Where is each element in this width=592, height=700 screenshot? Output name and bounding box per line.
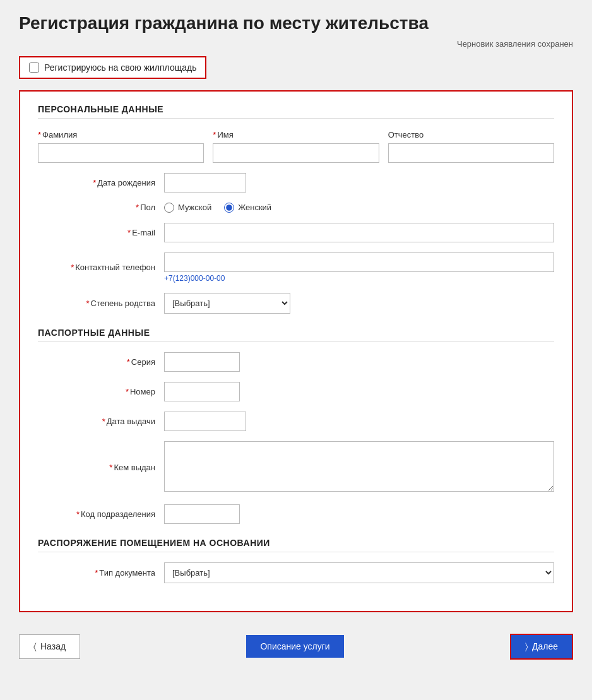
relation-select-wrap: [Выбрать] [164,293,554,314]
gender-options: Мужской Женский [164,203,554,213]
issue-date-input[interactable] [164,412,246,431]
series-label: *Серия [38,357,164,367]
doc-type-row: *Тип документа [Выбрать] [38,562,554,583]
phone-label: *Контактный телефон [38,263,164,272]
issue-date-row: *Дата выдачи [38,412,554,431]
description-button[interactable]: Описание услуги [246,635,343,658]
gender-male-option[interactable]: Мужской [164,203,211,213]
lastname-input[interactable] [38,143,204,163]
division-code-input[interactable] [164,504,240,524]
middlename-input[interactable] [388,143,554,163]
email-input-wrap [164,223,554,242]
gender-female-radio[interactable] [224,203,234,213]
series-row: *Серия [38,352,554,372]
own-property-label: Регистрируюсь на свою жилплощадь [44,62,196,73]
birthdate-input-wrap [164,173,554,193]
gender-label: *Пол [38,203,164,212]
doc-type-select[interactable]: [Выбрать] [164,562,554,583]
back-button[interactable]: 〈 Назад [19,634,80,659]
division-code-input-wrap [164,504,554,524]
issued-by-textarea[interactable] [164,441,554,492]
birthdate-row: *Дата рождения [38,173,554,193]
issued-by-input-wrap [164,441,554,494]
issued-by-label: *Кем выдан [38,463,164,472]
name-inputs-row [38,143,554,163]
relation-row: *Степень родства [Выбрать] [38,293,554,314]
firstname-label: *Имя [213,130,379,139]
middlename-label: Отчество [388,130,554,139]
gender-male-radio[interactable] [164,203,174,213]
email-label: *E-mail [38,228,164,237]
email-row: *E-mail [38,223,554,242]
division-code-row: *Код подразделения [38,504,554,524]
own-property-checkbox-container[interactable]: Регистрируюсь на свою жилплощадь [19,56,206,79]
relation-label: *Степень родства [38,299,164,308]
number-label: *Номер [38,387,164,396]
personal-data-title: ПЕРСОНАЛЬНЫЕ ДАННЫЕ [38,104,554,119]
doc-type-label: *Тип документа [38,568,164,578]
phone-input-wrap: +7(123)000-00-00 [164,252,554,283]
next-arrow-icon: 〉 [525,641,528,652]
own-property-checkbox[interactable] [29,62,39,73]
passport-data-title: ПАСПОРТНЫЕ ДАННЫЕ [38,328,554,342]
name-labels-row: *Фамилия *Имя Отчество [38,130,554,139]
division-code-label: *Код подразделения [38,509,164,519]
gender-row: *Пол Мужской Женский [38,203,554,213]
series-input[interactable] [164,352,240,372]
firstname-input[interactable] [213,143,379,163]
lastname-label: *Фамилия [38,130,204,139]
doc-type-select-wrap: [Выбрать] [164,562,554,583]
middlename-field-wrap [388,143,554,163]
phone-row: *Контактный телефон +7(123)000-00-00 [38,252,554,283]
phone-hint: +7(123)000-00-00 [164,274,554,283]
birthdate-label: *Дата рождения [38,178,164,187]
radio-group-gender: Мужской Женский [164,203,554,213]
back-arrow-icon: 〈 [33,641,37,652]
disposal-section-title: РАСПОРЯЖЕНИЕ ПОМЕЩЕНИЕМ НА ОСНОВАНИИ [38,538,554,552]
birthdate-input[interactable] [164,173,246,193]
number-input[interactable] [164,382,240,401]
number-row: *Номер [38,382,554,401]
phone-input[interactable] [164,252,554,272]
next-button[interactable]: 〉 Далее [510,634,573,660]
firstname-field-wrap [213,143,379,163]
issued-by-row: *Кем выдан [38,441,554,494]
gender-female-option[interactable]: Женский [224,203,271,213]
issue-date-label: *Дата выдачи [38,417,164,426]
main-form-section: ПЕРСОНАЛЬНЫЕ ДАННЫЕ *Фамилия *Имя Отчест… [19,90,573,612]
draft-saved-status: Черновик заявления сохранен [19,39,573,49]
lastname-field-wrap [38,143,204,163]
number-input-wrap [164,382,554,401]
page-title: Регистрация гражданина по месту жительст… [19,13,573,34]
bottom-navigation: 〈 Назад Описание услуги 〉 Далее [19,625,573,668]
series-input-wrap [164,352,554,372]
issue-date-input-wrap [164,412,554,431]
email-input[interactable] [164,223,554,242]
relation-select[interactable]: [Выбрать] [164,293,290,314]
